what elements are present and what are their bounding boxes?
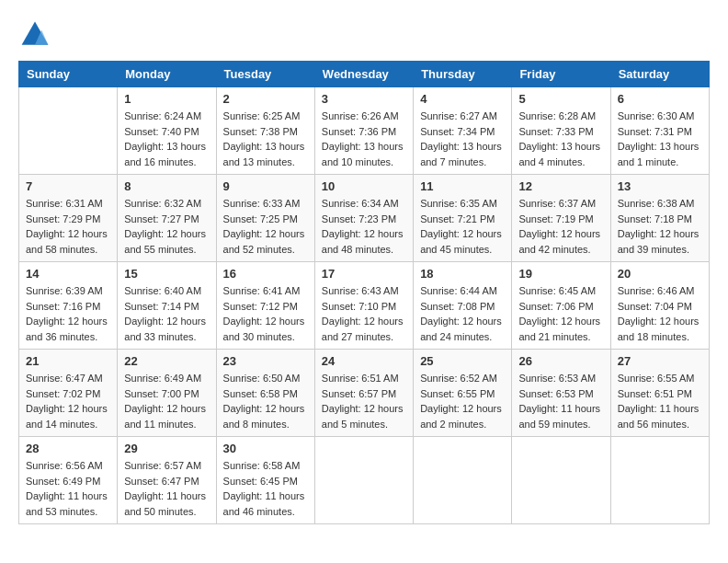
day-info: Sunrise: 6:34 AMSunset: 7:23 PMDaylight:… [322, 196, 406, 257]
day-number: 27 [618, 354, 702, 368]
day-number: 10 [322, 179, 406, 193]
calendar-cell: 23Sunrise: 6:50 AMSunset: 6:58 PMDayligh… [216, 350, 314, 437]
day-number: 23 [223, 354, 308, 368]
calendar-cell [414, 437, 512, 524]
calendar-cell: 9Sunrise: 6:33 AMSunset: 7:25 PMDaylight… [216, 175, 314, 262]
calendar-cell: 4Sunrise: 6:27 AMSunset: 7:34 PMDaylight… [414, 87, 512, 175]
day-number: 16 [223, 267, 308, 281]
calendar-cell: 11Sunrise: 6:35 AMSunset: 7:21 PMDayligh… [414, 175, 512, 262]
day-number: 7 [26, 179, 110, 193]
day-number: 11 [420, 179, 505, 193]
day-info: Sunrise: 6:55 AMSunset: 6:51 PMDaylight:… [618, 371, 702, 431]
calendar-cell: 26Sunrise: 6:53 AMSunset: 6:53 PMDayligh… [512, 350, 610, 437]
calendar-cell [19, 87, 118, 175]
day-info: Sunrise: 6:52 AMSunset: 6:55 PMDaylight:… [420, 371, 505, 431]
day-number: 2 [223, 92, 308, 106]
calendar-week-5: 28Sunrise: 6:56 AMSunset: 6:49 PMDayligh… [19, 437, 710, 524]
day-number: 17 [322, 267, 406, 281]
day-info: Sunrise: 6:37 AMSunset: 7:19 PMDaylight:… [518, 196, 603, 257]
calendar-cell: 1Sunrise: 6:24 AMSunset: 7:40 PMDaylight… [118, 87, 216, 175]
logo-icon [18, 18, 51, 52]
calendar-cell: 18Sunrise: 6:44 AMSunset: 7:08 PMDayligh… [414, 262, 512, 350]
day-info: Sunrise: 6:40 AMSunset: 7:14 PMDaylight:… [124, 283, 209, 344]
calendar-cell [512, 437, 610, 524]
logo [18, 18, 57, 52]
calendar-table: SundayMondayTuesdayWednesdayThursdayFrid… [18, 61, 710, 524]
day-info: Sunrise: 6:35 AMSunset: 7:21 PMDaylight:… [420, 196, 505, 257]
day-info: Sunrise: 6:26 AMSunset: 7:36 PMDaylight:… [322, 109, 406, 169]
day-info: Sunrise: 6:33 AMSunset: 7:25 PMDaylight:… [223, 196, 308, 257]
day-info: Sunrise: 6:49 AMSunset: 7:00 PMDaylight:… [124, 371, 209, 431]
day-number: 12 [518, 179, 603, 193]
calendar-header-row: SundayMondayTuesdayWednesdayThursdayFrid… [19, 62, 710, 87]
header-friday: Friday [512, 62, 610, 87]
day-number: 24 [322, 354, 406, 368]
day-number: 26 [518, 354, 603, 368]
day-info: Sunrise: 6:46 AMSunset: 7:04 PMDaylight:… [618, 283, 702, 344]
day-info: Sunrise: 6:24 AMSunset: 7:40 PMDaylight:… [124, 109, 209, 169]
day-info: Sunrise: 6:58 AMSunset: 6:45 PMDaylight:… [223, 458, 308, 519]
header-monday: Monday [118, 62, 216, 87]
calendar-cell [314, 437, 413, 524]
day-info: Sunrise: 6:31 AMSunset: 7:29 PMDaylight:… [26, 196, 110, 257]
day-info: Sunrise: 6:53 AMSunset: 6:53 PMDaylight:… [518, 371, 603, 431]
header-tuesday: Tuesday [216, 62, 314, 87]
calendar-cell [610, 437, 709, 524]
calendar-cell: 5Sunrise: 6:28 AMSunset: 7:33 PMDaylight… [512, 87, 610, 175]
calendar-cell: 29Sunrise: 6:57 AMSunset: 6:47 PMDayligh… [118, 437, 216, 524]
day-info: Sunrise: 6:43 AMSunset: 7:10 PMDaylight:… [322, 283, 406, 344]
calendar-cell: 19Sunrise: 6:45 AMSunset: 7:06 PMDayligh… [512, 262, 610, 350]
day-number: 14 [26, 267, 110, 281]
calendar-cell: 22Sunrise: 6:49 AMSunset: 7:00 PMDayligh… [118, 350, 216, 437]
calendar-cell: 17Sunrise: 6:43 AMSunset: 7:10 PMDayligh… [314, 262, 413, 350]
day-number: 15 [124, 267, 209, 281]
day-number: 4 [420, 92, 505, 106]
day-info: Sunrise: 6:30 AMSunset: 7:31 PMDaylight:… [618, 109, 702, 169]
calendar-cell: 25Sunrise: 6:52 AMSunset: 6:55 PMDayligh… [414, 350, 512, 437]
calendar-cell: 28Sunrise: 6:56 AMSunset: 6:49 PMDayligh… [19, 437, 118, 524]
calendar-cell: 13Sunrise: 6:38 AMSunset: 7:18 PMDayligh… [610, 175, 709, 262]
day-number: 6 [618, 92, 702, 106]
calendar-cell: 24Sunrise: 6:51 AMSunset: 6:57 PMDayligh… [314, 350, 413, 437]
calendar-cell: 16Sunrise: 6:41 AMSunset: 7:12 PMDayligh… [216, 262, 314, 350]
day-number: 3 [322, 92, 406, 106]
day-number: 30 [223, 442, 308, 455]
day-info: Sunrise: 6:45 AMSunset: 7:06 PMDaylight:… [518, 283, 603, 344]
header-saturday: Saturday [610, 62, 709, 87]
day-info: Sunrise: 6:27 AMSunset: 7:34 PMDaylight:… [420, 109, 505, 169]
calendar-week-2: 7Sunrise: 6:31 AMSunset: 7:29 PMDaylight… [19, 175, 710, 262]
calendar-week-3: 14Sunrise: 6:39 AMSunset: 7:16 PMDayligh… [19, 262, 710, 350]
calendar-cell: 10Sunrise: 6:34 AMSunset: 7:23 PMDayligh… [314, 175, 413, 262]
calendar-week-4: 21Sunrise: 6:47 AMSunset: 7:02 PMDayligh… [19, 350, 710, 437]
day-number: 1 [124, 92, 209, 106]
day-info: Sunrise: 6:38 AMSunset: 7:18 PMDaylight:… [618, 196, 702, 257]
calendar-cell: 30Sunrise: 6:58 AMSunset: 6:45 PMDayligh… [216, 437, 314, 524]
day-info: Sunrise: 6:41 AMSunset: 7:12 PMDaylight:… [223, 283, 308, 344]
day-info: Sunrise: 6:28 AMSunset: 7:33 PMDaylight:… [518, 109, 603, 169]
calendar-cell: 8Sunrise: 6:32 AMSunset: 7:27 PMDaylight… [118, 175, 216, 262]
calendar-cell: 15Sunrise: 6:40 AMSunset: 7:14 PMDayligh… [118, 262, 216, 350]
day-number: 20 [618, 267, 702, 281]
day-number: 21 [26, 354, 110, 368]
calendar-cell: 3Sunrise: 6:26 AMSunset: 7:36 PMDaylight… [314, 87, 413, 175]
calendar-cell: 7Sunrise: 6:31 AMSunset: 7:29 PMDaylight… [19, 175, 118, 262]
calendar-cell: 20Sunrise: 6:46 AMSunset: 7:04 PMDayligh… [610, 262, 709, 350]
calendar-cell: 6Sunrise: 6:30 AMSunset: 7:31 PMDaylight… [610, 87, 709, 175]
day-number: 13 [618, 179, 702, 193]
day-info: Sunrise: 6:50 AMSunset: 6:58 PMDaylight:… [223, 371, 308, 431]
day-info: Sunrise: 6:44 AMSunset: 7:08 PMDaylight:… [420, 283, 505, 344]
header-thursday: Thursday [414, 62, 512, 87]
day-info: Sunrise: 6:51 AMSunset: 6:57 PMDaylight:… [322, 371, 406, 431]
calendar-cell: 2Sunrise: 6:25 AMSunset: 7:38 PMDaylight… [216, 87, 314, 175]
day-number: 25 [420, 354, 505, 368]
page-header [18, 18, 710, 52]
header-sunday: Sunday [19, 62, 118, 87]
calendar-cell: 12Sunrise: 6:37 AMSunset: 7:19 PMDayligh… [512, 175, 610, 262]
calendar-cell: 27Sunrise: 6:55 AMSunset: 6:51 PMDayligh… [610, 350, 709, 437]
day-info: Sunrise: 6:32 AMSunset: 7:27 PMDaylight:… [124, 196, 209, 257]
day-number: 22 [124, 354, 209, 368]
calendar-cell: 21Sunrise: 6:47 AMSunset: 7:02 PMDayligh… [19, 350, 118, 437]
day-number: 19 [518, 267, 603, 281]
day-number: 9 [223, 179, 308, 193]
day-info: Sunrise: 6:57 AMSunset: 6:47 PMDaylight:… [124, 458, 209, 519]
